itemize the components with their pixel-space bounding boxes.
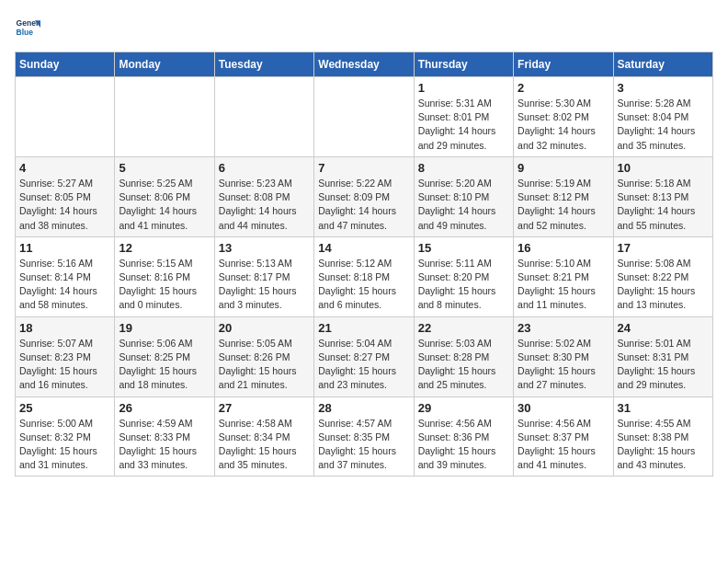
day-number: 28	[318, 401, 409, 415]
day-info: Sunrise: 4:57 AMSunset: 8:35 PMDaylight:…	[318, 417, 409, 473]
day-number: 20	[219, 321, 310, 335]
calendar-cell	[16, 77, 115, 157]
day-number: 21	[318, 321, 409, 335]
calendar-cell: 5Sunrise: 5:25 AMSunset: 8:06 PMDaylight…	[115, 156, 214, 236]
day-info: Sunrise: 4:56 AMSunset: 8:36 PMDaylight:…	[418, 417, 509, 473]
day-of-week-header: Saturday	[613, 52, 712, 77]
calendar-cell: 30Sunrise: 4:56 AMSunset: 8:37 PMDayligh…	[514, 396, 613, 477]
day-info: Sunrise: 5:23 AMSunset: 8:08 PMDaylight:…	[219, 177, 310, 233]
day-info: Sunrise: 5:01 AMSunset: 8:31 PMDaylight:…	[618, 337, 709, 393]
calendar-cell	[214, 77, 313, 157]
day-info: Sunrise: 4:59 AMSunset: 8:33 PMDaylight:…	[119, 417, 210, 473]
day-info: Sunrise: 5:19 AMSunset: 8:12 PMDaylight:…	[518, 177, 609, 233]
day-info: Sunrise: 5:06 AMSunset: 8:25 PMDaylight:…	[119, 337, 210, 393]
day-number: 16	[518, 241, 609, 255]
calendar-cell: 26Sunrise: 4:59 AMSunset: 8:33 PMDayligh…	[115, 396, 214, 477]
calendar-cell: 24Sunrise: 5:01 AMSunset: 8:31 PMDayligh…	[613, 316, 712, 396]
svg-text:General: General	[17, 18, 40, 28]
calendar-cell: 4Sunrise: 5:27 AMSunset: 8:05 PMDaylight…	[16, 156, 115, 236]
day-number: 26	[119, 401, 210, 415]
day-info: Sunrise: 5:22 AMSunset: 8:09 PMDaylight:…	[318, 177, 409, 233]
calendar-cell: 8Sunrise: 5:20 AMSunset: 8:10 PMDaylight…	[414, 156, 513, 236]
day-info: Sunrise: 5:02 AMSunset: 8:30 PMDaylight:…	[518, 337, 609, 393]
day-number: 17	[618, 241, 709, 255]
calendar-cell: 7Sunrise: 5:22 AMSunset: 8:09 PMDaylight…	[314, 156, 414, 236]
calendar-week-row: 1Sunrise: 5:31 AMSunset: 8:01 PMDaylight…	[16, 77, 713, 157]
calendar-cell: 6Sunrise: 5:23 AMSunset: 8:08 PMDaylight…	[214, 156, 313, 236]
calendar-cell: 28Sunrise: 4:57 AMSunset: 8:35 PMDayligh…	[314, 396, 414, 477]
calendar-cell: 11Sunrise: 5:16 AMSunset: 8:14 PMDayligh…	[16, 236, 115, 316]
day-info: Sunrise: 4:56 AMSunset: 8:37 PMDaylight:…	[518, 417, 609, 473]
day-number: 14	[318, 241, 409, 255]
calendar-table: SundayMondayTuesdayWednesdayThursdayFrid…	[15, 52, 713, 477]
calendar-cell: 13Sunrise: 5:13 AMSunset: 8:17 PMDayligh…	[214, 236, 313, 316]
calendar-cell: 29Sunrise: 4:56 AMSunset: 8:36 PMDayligh…	[414, 396, 513, 477]
day-info: Sunrise: 5:16 AMSunset: 8:14 PMDaylight:…	[19, 257, 110, 313]
calendar-cell	[314, 77, 414, 157]
day-info: Sunrise: 5:04 AMSunset: 8:27 PMDaylight:…	[318, 337, 409, 393]
day-number: 27	[219, 401, 310, 415]
day-info: Sunrise: 5:31 AMSunset: 8:01 PMDaylight:…	[418, 97, 509, 153]
day-number: 8	[418, 161, 509, 175]
day-info: Sunrise: 5:10 AMSunset: 8:21 PMDaylight:…	[518, 257, 609, 313]
calendar-cell: 20Sunrise: 5:05 AMSunset: 8:26 PMDayligh…	[214, 316, 313, 396]
calendar-cell: 18Sunrise: 5:07 AMSunset: 8:23 PMDayligh…	[16, 316, 115, 396]
page-header: General Blue	[15, 15, 713, 40]
day-of-week-header: Thursday	[414, 52, 513, 77]
svg-text:Blue: Blue	[17, 28, 34, 37]
logo: General Blue	[15, 15, 40, 40]
day-number: 31	[618, 401, 709, 415]
calendar-week-row: 11Sunrise: 5:16 AMSunset: 8:14 PMDayligh…	[16, 236, 713, 316]
calendar-cell: 17Sunrise: 5:08 AMSunset: 8:22 PMDayligh…	[613, 236, 712, 316]
day-number: 5	[119, 161, 210, 175]
day-of-week-header: Tuesday	[214, 52, 313, 77]
day-number: 13	[219, 241, 310, 255]
day-info: Sunrise: 5:07 AMSunset: 8:23 PMDaylight:…	[19, 337, 110, 393]
calendar-cell: 1Sunrise: 5:31 AMSunset: 8:01 PMDaylight…	[414, 77, 513, 157]
calendar-cell	[115, 77, 214, 157]
day-number: 4	[19, 161, 110, 175]
day-info: Sunrise: 4:55 AMSunset: 8:38 PMDaylight:…	[618, 417, 709, 473]
day-number: 11	[19, 241, 110, 255]
day-of-week-header: Monday	[115, 52, 214, 77]
calendar-week-row: 25Sunrise: 5:00 AMSunset: 8:32 PMDayligh…	[16, 396, 713, 477]
calendar-cell: 21Sunrise: 5:04 AMSunset: 8:27 PMDayligh…	[314, 316, 414, 396]
day-info: Sunrise: 5:25 AMSunset: 8:06 PMDaylight:…	[119, 177, 210, 233]
day-number: 7	[318, 161, 409, 175]
day-info: Sunrise: 5:20 AMSunset: 8:10 PMDaylight:…	[418, 177, 509, 233]
day-number: 22	[418, 321, 509, 335]
day-info: Sunrise: 5:18 AMSunset: 8:13 PMDaylight:…	[618, 177, 709, 233]
day-number: 10	[618, 161, 709, 175]
day-number: 29	[418, 401, 509, 415]
calendar-cell: 14Sunrise: 5:12 AMSunset: 8:18 PMDayligh…	[314, 236, 414, 316]
calendar-cell: 12Sunrise: 5:15 AMSunset: 8:16 PMDayligh…	[115, 236, 214, 316]
day-number: 3	[618, 81, 709, 95]
calendar-cell: 31Sunrise: 4:55 AMSunset: 8:38 PMDayligh…	[613, 396, 712, 477]
calendar-cell: 22Sunrise: 5:03 AMSunset: 8:28 PMDayligh…	[414, 316, 513, 396]
calendar-week-row: 4Sunrise: 5:27 AMSunset: 8:05 PMDaylight…	[16, 156, 713, 236]
day-number: 18	[19, 321, 110, 335]
day-of-week-header: Friday	[514, 52, 613, 77]
day-number: 30	[518, 401, 609, 415]
day-info: Sunrise: 5:30 AMSunset: 8:02 PMDaylight:…	[518, 97, 609, 153]
day-info: Sunrise: 5:13 AMSunset: 8:17 PMDaylight:…	[219, 257, 310, 313]
calendar-cell: 23Sunrise: 5:02 AMSunset: 8:30 PMDayligh…	[514, 316, 613, 396]
calendar-cell: 15Sunrise: 5:11 AMSunset: 8:20 PMDayligh…	[414, 236, 513, 316]
calendar-cell: 3Sunrise: 5:28 AMSunset: 8:04 PMDaylight…	[613, 77, 712, 157]
day-of-week-header: Sunday	[16, 52, 115, 77]
day-info: Sunrise: 5:15 AMSunset: 8:16 PMDaylight:…	[119, 257, 210, 313]
day-info: Sunrise: 5:27 AMSunset: 8:05 PMDaylight:…	[19, 177, 110, 233]
calendar-cell: 2Sunrise: 5:30 AMSunset: 8:02 PMDaylight…	[514, 77, 613, 157]
day-info: Sunrise: 4:58 AMSunset: 8:34 PMDaylight:…	[219, 417, 310, 473]
day-info: Sunrise: 5:00 AMSunset: 8:32 PMDaylight:…	[19, 417, 110, 473]
day-info: Sunrise: 5:03 AMSunset: 8:28 PMDaylight:…	[418, 337, 509, 393]
day-number: 2	[518, 81, 609, 95]
calendar-cell: 27Sunrise: 4:58 AMSunset: 8:34 PMDayligh…	[214, 396, 313, 477]
day-number: 19	[119, 321, 210, 335]
day-info: Sunrise: 5:08 AMSunset: 8:22 PMDaylight:…	[618, 257, 709, 313]
day-number: 24	[618, 321, 709, 335]
calendar-header-row: SundayMondayTuesdayWednesdayThursdayFrid…	[16, 52, 713, 77]
calendar-cell: 9Sunrise: 5:19 AMSunset: 8:12 PMDaylight…	[514, 156, 613, 236]
calendar-cell: 16Sunrise: 5:10 AMSunset: 8:21 PMDayligh…	[514, 236, 613, 316]
day-info: Sunrise: 5:11 AMSunset: 8:20 PMDaylight:…	[418, 257, 509, 313]
